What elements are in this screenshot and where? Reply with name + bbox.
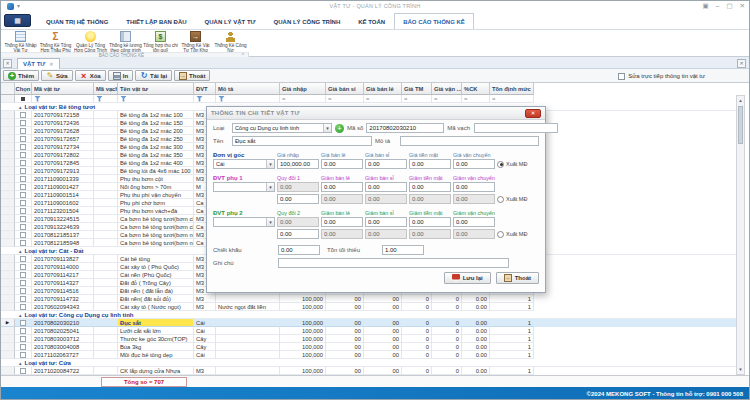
tab-close-icon[interactable]: ✕ <box>49 61 53 67</box>
column-header[interactable]: ĐVT <box>194 83 216 95</box>
row-checkbox[interactable] <box>20 272 26 278</box>
ribbon-tab[interactable]: QUẢN TRỊ HỆ THỐNG <box>37 13 117 29</box>
dialog-exit-button[interactable]: → Thoát <box>496 272 539 284</box>
giam-ban-le-2b-input[interactable] <box>321 229 363 239</box>
giam-van-chuyen-2b-input[interactable] <box>453 229 495 239</box>
ribbon-action-button[interactable]: ΣThống Kê Tổng Hợp Thầu Phụ <box>38 30 73 52</box>
mo-ta-input[interactable] <box>400 136 539 146</box>
expand-icon[interactable]: ▴ <box>19 247 22 255</box>
inline-edit-option[interactable]: Sửa trực tiếp thông tin vật tư <box>618 69 705 83</box>
chevron-down-icon[interactable]: ▾ <box>266 183 274 191</box>
ten-input[interactable] <box>232 136 372 146</box>
column-header[interactable]: Giá bán sỉ <box>326 83 364 95</box>
gia-ban-le-input[interactable] <box>321 159 363 169</box>
ma-so-input[interactable] <box>366 123 444 133</box>
giam-ban-le-1b-input[interactable] <box>321 194 363 204</box>
row-checkbox[interactable] <box>20 216 26 222</box>
giam-tien-mat-2b-input[interactable] <box>409 229 451 239</box>
giam-ban-si-1b-input[interactable] <box>365 194 407 204</box>
giam-ban-si-2b-input[interactable] <box>365 229 407 239</box>
inline-edit-checkbox[interactable] <box>618 73 625 80</box>
add-category-button[interactable]: + <box>335 124 344 133</box>
quy-doi-2-input[interactable] <box>277 217 319 227</box>
style-icon[interactable]: ▣ <box>703 2 709 10</box>
ribbon-tab[interactable]: KẾ TOÁN <box>349 13 394 29</box>
ribbon-action-button[interactable]: Thống Kê Công Nợ <box>213 30 248 52</box>
ma-vach-input[interactable] <box>474 123 558 133</box>
expand-icon[interactable]: ▴ <box>19 311 22 319</box>
giam-ban-si-1-input[interactable] <box>365 182 407 192</box>
column-header[interactable]: %CK <box>462 83 490 95</box>
scroll-up-icon[interactable]: ▲ <box>737 96 744 105</box>
giam-tien-mat-1-input[interactable] <box>409 182 451 192</box>
sub-unit-2-combobox[interactable]: ▾ <box>213 217 275 227</box>
row-checkbox[interactable] <box>20 208 26 214</box>
sub-unit-1-combobox[interactable]: ▾ <box>213 182 275 192</box>
ribbon-action-button[interactable]: Quản Lý Tổng Hợp Công Trình <box>73 30 108 52</box>
giam-van-chuyen-1b-input[interactable] <box>453 194 495 204</box>
ribbon-tab[interactable]: QUẢN LÝ CÔNG TRÌNH <box>265 13 350 29</box>
row-checkbox[interactable] <box>20 288 26 294</box>
ton-toi-thieu-input[interactable] <box>382 245 424 255</box>
dialog-close-button[interactable]: ✕ <box>525 109 541 118</box>
ghi-chu-input[interactable] <box>278 258 509 268</box>
column-header[interactable]: Giá vận ... <box>432 83 462 95</box>
ribbon-tab[interactable]: QUẢN LÝ VẬT TƯ <box>196 13 265 29</box>
row-checkbox[interactable] <box>20 144 26 150</box>
table-row[interactable]: 20170803003712Thước ke góc 30cm(TOP)Cây1… <box>1 335 738 343</box>
expand-icon[interactable]: ▴ <box>19 103 22 111</box>
chevron-down-icon[interactable]: ▾ <box>323 124 331 132</box>
row-checkbox[interactable] <box>20 200 26 206</box>
chiet-khau-input[interactable] <box>278 245 320 255</box>
column-header[interactable]: Giá nhập <box>280 83 326 95</box>
row-checkbox[interactable] <box>20 320 26 326</box>
thêm-button[interactable]: +Thêm <box>3 70 39 81</box>
row-checkbox[interactable] <box>20 168 26 174</box>
row-checkbox[interactable] <box>20 352 26 358</box>
giam-van-chuyen-1-input[interactable] <box>453 182 495 192</box>
maximize-button[interactable]: ▢ <box>726 2 732 10</box>
table-row[interactable]: ▶20170802030210Đục sắtCái100,0000000000.… <box>1 319 738 327</box>
close-all-tabs-button[interactable]: ✕ <box>3 59 12 68</box>
ribbon-tab[interactable]: BÁO CÁO THỐNG KÊ <box>394 13 474 29</box>
save-button[interactable]: Lưu lại <box>444 272 491 284</box>
xuat-md-radio-base[interactable] <box>497 161 504 168</box>
ribbon-action-button[interactable]: →Thống Kê Vật Tư Tồn Kho <box>178 30 213 52</box>
group-row[interactable]: ▴Loại vật tư: Cửa <box>1 359 738 367</box>
gia-nhap-input[interactable] <box>277 159 319 169</box>
dialog-title-bar[interactable]: THÔNG TIN CHI TIẾT VẬT TƯ ✕ <box>207 107 545 120</box>
thoát-button[interactable]: →Thoát <box>174 70 210 81</box>
row-checkbox[interactable] <box>20 136 26 142</box>
close-button[interactable]: ✕ <box>740 2 745 10</box>
vertical-scrollbar[interactable]: ▲ ▼ <box>736 95 745 375</box>
app-menu-button[interactable]: ▦ <box>4 14 31 27</box>
row-checkbox[interactable] <box>20 336 26 342</box>
xuat-md-radio-sub2[interactable] <box>497 231 504 238</box>
scroll-down-icon[interactable]: ▼ <box>737 365 744 374</box>
column-header[interactable]: Tồn định mức <box>490 83 534 95</box>
table-row[interactable]: 20170709114732Đất nền( đất sỏi đỏ)M3100,… <box>1 295 738 303</box>
ribbon-action-button[interactable]: Thống Kê Nhập Vật Tư <box>3 30 38 52</box>
chevron-down-icon[interactable]: ▾ <box>266 160 274 168</box>
filter-row[interactable]: ======= <box>1 95 738 103</box>
column-header[interactable]: Mã vật tư <box>32 83 94 95</box>
table-row[interactable]: 20171102063727Mũi đục bê tông dẹpCái100,… <box>1 351 738 359</box>
row-checkbox[interactable] <box>20 328 26 334</box>
row-checkbox[interactable] <box>20 280 26 286</box>
minimize-button[interactable]: – <box>716 2 720 10</box>
table-row[interactable]: 20170602094343Cát xây tô ( Nước ngọt)M3N… <box>1 303 738 311</box>
row-checkbox[interactable] <box>20 256 26 262</box>
row-checkbox[interactable] <box>20 368 26 374</box>
row-checkbox[interactable] <box>20 160 26 166</box>
expand-icon[interactable]: ▴ <box>19 359 22 367</box>
row-checkbox[interactable] <box>20 152 26 158</box>
tải-lại-button[interactable]: ↻Tải lại <box>135 70 172 81</box>
column-header[interactable]: Giá bán lẻ <box>364 83 402 95</box>
ribbon-action-button[interactable]: Thống kê lương theo công trình <box>108 30 143 52</box>
ribbon-action-button[interactable]: $Tổng hợp thu chi tồn quỹ <box>143 30 178 52</box>
table-row[interactable]: 20170803004008Búa 3kgCây100,0000000000.0… <box>1 343 738 351</box>
tabstrip-close-button[interactable]: ✕ <box>737 59 746 68</box>
giam-tien-mat-1b-input[interactable] <box>409 194 451 204</box>
quy-doi-2b-input[interactable] <box>277 229 319 239</box>
sửa-button[interactable]: ✎Sửa <box>41 70 73 81</box>
